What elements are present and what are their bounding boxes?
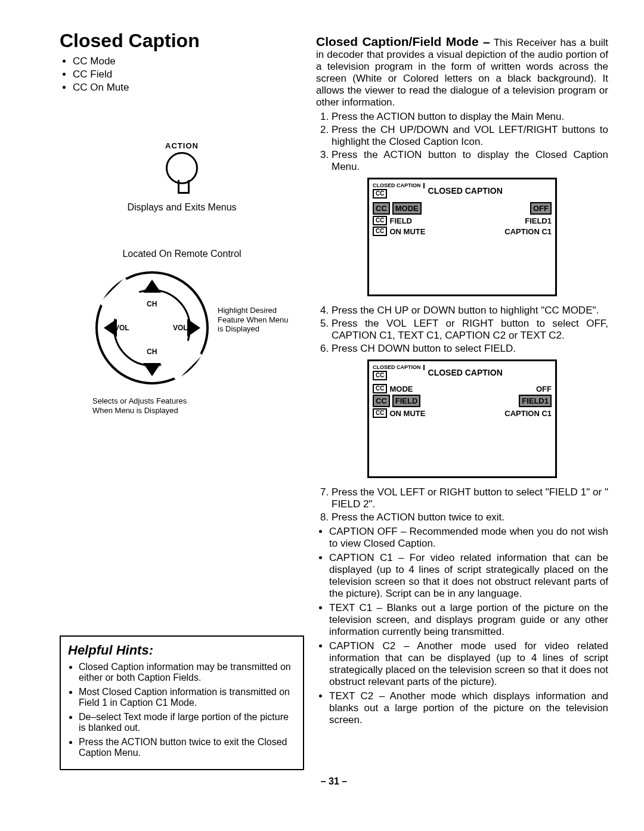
osd-header-small: CLOSED CAPTION — [373, 183, 425, 188]
ch-down-label: CH — [145, 348, 158, 356]
page-title: Closed Caption — [60, 30, 304, 52]
dpad-note-right: Highlight Desired Feature When Menu is D… — [218, 306, 295, 334]
hints-title: Helpful Hints: — [68, 643, 296, 658]
action-description: Displays and Exits Menus — [60, 202, 304, 213]
osd-label-field: FIELD — [389, 216, 412, 225]
osd-label-onmute: ON MUTE — [389, 227, 425, 236]
osd-value-off: OFF — [530, 202, 552, 215]
osd-header-small: CLOSED CAPTION — [373, 365, 425, 370]
cc-icon: CC — [373, 395, 390, 407]
osd-value-c1: CAPTION C1 — [504, 227, 552, 236]
cc-icon: CC — [373, 227, 387, 236]
step-item: Press the VOL LEFT or RIGHT button to se… — [332, 318, 608, 342]
bullet-item: CAPTION OFF – Recommended mode when you … — [329, 526, 608, 550]
arrow-down-icon — [143, 363, 161, 376]
vol-right-label: VOL — [172, 324, 189, 332]
step-item: Press CH DOWN button to select FIELD. — [332, 343, 608, 355]
page-number: – 31 – — [60, 776, 608, 787]
osd-label-mode: MODE — [389, 385, 413, 393]
osd-screenshot-2: CLOSED CAPTION CC CLOSED CAPTION CCMODE … — [367, 359, 557, 478]
bullet-item: TEXT C2 – Another mode which displays in… — [329, 690, 608, 726]
osd-value-c1: CAPTION C1 — [504, 409, 552, 418]
dpad-diagram: CH CH VOL VOL Highlight Desired Feature … — [60, 265, 304, 396]
hint-item: Closed Caption information may be transm… — [79, 662, 296, 683]
dpad-note-below: Selects or Adjusts Features When Menu is… — [92, 396, 188, 415]
toc-item: CC On Mute — [73, 82, 304, 94]
cc-icon: CC — [373, 384, 387, 393]
bullet-item: CAPTION C1 – For video related informati… — [329, 552, 608, 600]
osd-header-big: CLOSED CAPTION — [428, 368, 503, 377]
section-heading: Closed Caption/Field Mode – — [316, 35, 490, 48]
steps-list-a: Press the ACTION button to display the M… — [316, 111, 608, 173]
osd-value-off: OFF — [536, 385, 552, 393]
action-label: ACTION — [60, 141, 304, 150]
toc-item: CC Mode — [73, 55, 304, 67]
hint-item: Most Closed Caption information is trans… — [79, 687, 296, 708]
osd-value-field1: FIELD1 — [519, 395, 552, 407]
step-item: Press the ACTION button to display the M… — [332, 111, 608, 123]
arrow-left-icon — [104, 319, 117, 337]
cc-icon: CC — [373, 189, 387, 199]
steps-list-b: Press the CH UP or DOWN button to highli… — [316, 305, 608, 355]
cc-icon: CC — [373, 216, 387, 225]
step-item: Press the CH UP or DOWN button to highli… — [332, 305, 608, 317]
hint-item: Press the ACTION button twice to exit th… — [79, 737, 296, 758]
bullet-item: CAPTION C2 – Another mode used for video… — [329, 640, 608, 688]
helpful-hints-box: Helpful Hints: Closed Caption informatio… — [60, 635, 304, 770]
arrow-up-icon — [143, 280, 161, 293]
ch-up-label: CH — [145, 300, 158, 308]
osd-label-onmute: ON MUTE — [389, 409, 425, 418]
toc-list: CC Mode CC Field CC On Mute — [60, 55, 304, 94]
toc-item: CC Field — [73, 69, 304, 80]
osd-header-big: CLOSED CAPTION — [428, 186, 503, 196]
section-intro: Closed Caption/Field Mode – This Receive… — [316, 35, 608, 108]
action-icon — [166, 152, 198, 184]
cc-icon: CC — [373, 371, 387, 380]
step-item: Press the CH UP/DOWN and VOL LEFT/RIGHT … — [332, 124, 608, 148]
caption-mode-bullets: CAPTION OFF – Recommended mode when you … — [316, 526, 608, 726]
hint-item: De–select Text mode if large portion of … — [79, 712, 296, 733]
remote-location-label: Located On Remote Control — [60, 249, 304, 259]
osd-screenshot-1: CLOSED CAPTION CC CLOSED CAPTION CCMODE … — [367, 178, 557, 296]
steps-list-c: Press the VOL LEFT or RIGHT button to se… — [316, 486, 608, 523]
osd-value-field1: FIELD1 — [525, 216, 552, 225]
arrow-right-icon — [187, 319, 200, 337]
action-button-diagram: ACTION Displays and Exits Menus — [60, 141, 304, 213]
cc-icon: CC — [373, 202, 390, 215]
step-item: Press the ACTION button twice to exit. — [332, 511, 608, 523]
osd-label-mode: MODE — [392, 202, 422, 215]
step-item: Press the ACTION button to display the C… — [332, 149, 608, 173]
cc-icon: CC — [373, 408, 387, 418]
osd-label-field: FIELD — [392, 395, 421, 407]
step-item: Press the VOL LEFT or RIGHT button to se… — [332, 486, 608, 510]
bullet-item: TEXT C1 – Blanks out a large portion of … — [329, 602, 608, 638]
